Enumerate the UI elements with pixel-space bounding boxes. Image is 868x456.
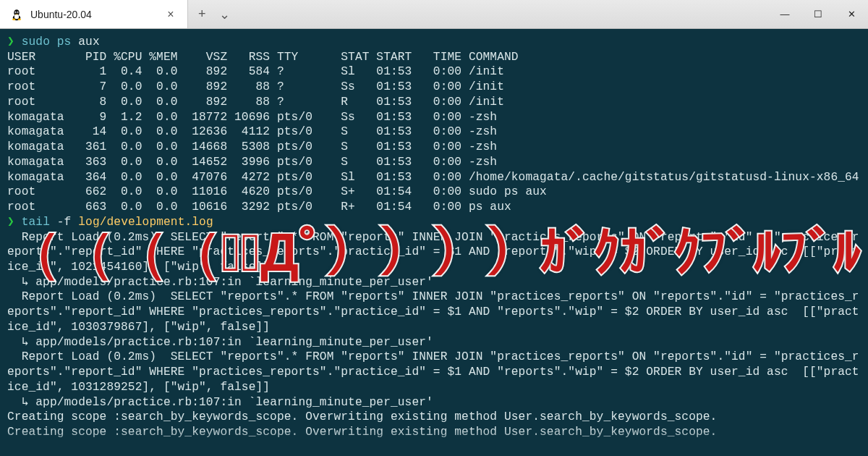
log-line: eports"."report_id" WHERE "practices_rep… [7, 366, 859, 379]
log-line: Creating scope :search_by_keywords_scope… [7, 410, 717, 423]
ps-row: root 662 0.0 0.0 11016 4620 pts/0 S+ 01:… [7, 185, 547, 198]
log-line: eports"."report_id" WHERE "practices_rep… [7, 305, 859, 318]
cmd-tail: tail [22, 216, 50, 229]
tux-icon [10, 8, 23, 21]
log-line: Report Load (0.2ms) SELECT "reports".* F… [7, 350, 859, 363]
cmd-sudo: sudo [22, 35, 50, 48]
window-controls: — ☐ ✕ [768, 0, 868, 28]
log-line: Creating scope :search_by_keywords_scope… [7, 426, 717, 439]
ps-row: root 8 0.0 0.0 892 88 ? R 01:53 0:00 /in… [7, 96, 504, 109]
log-line: eports"."report_id" WHERE "practices_rep… [7, 245, 859, 258]
tab-close-icon[interactable]: × [164, 8, 177, 21]
log-line: ice_id", 1030379867], ["wip", false]] [7, 321, 270, 334]
cmd-ps: ps [57, 35, 72, 48]
ps-row: root 7 0.0 0.0 892 88 ? Ss 01:53 0:00 /i… [7, 80, 504, 93]
log-line: ↳ app/models/practice.rb:107:in `learnin… [7, 396, 433, 409]
cmd-path: log/development.log [78, 216, 213, 229]
minimize-button[interactable]: — [768, 0, 801, 29]
cmd-aux: aux [78, 35, 99, 48]
titlebar: Ubuntu-20.04 × + ⌄ — ☐ ✕ [0, 0, 868, 29]
ps-header: USER PID %CPU %MEM VSZ RSS TTY STAT STAR… [7, 51, 519, 64]
window-close-button[interactable]: ✕ [835, 0, 868, 29]
tabbar-actions: + ⌄ [188, 0, 230, 28]
ps-row: komagata 364 0.0 0.0 47076 4272 pts/0 Sl… [7, 171, 859, 184]
terminal-window: Ubuntu-20.04 × + ⌄ — ☐ ✕ ❯ sudo ps aux U… [0, 0, 868, 456]
log-line: Report Load (0.2ms) SELECT "reports".* F… [7, 231, 859, 244]
log-line: ↳ app/models/practice.rb:107:in `learnin… [7, 276, 433, 289]
log-line: ice_id", 1031289252], ["wip", false]] [7, 381, 270, 394]
svg-point-2 [14, 14, 19, 18]
new-tab-button[interactable]: + [198, 7, 206, 22]
svg-point-8 [18, 18, 22, 20]
log-line: Report Load (0.2ms) SELECT "reports".* F… [7, 290, 859, 303]
ps-row: komagata 14 0.0 0.0 12636 4112 pts/0 S 0… [7, 125, 497, 138]
svg-point-5 [15, 12, 16, 12]
ps-row: komagata 9 1.2 0.0 18772 10696 pts/0 Ss … [7, 111, 497, 124]
svg-point-6 [17, 12, 18, 12]
ps-row: komagata 361 0.0 0.0 14668 5308 pts/0 S … [7, 140, 497, 153]
terminal-body[interactable]: ❯ sudo ps aux USER PID %CPU %MEM VSZ RSS… [0, 29, 868, 456]
prompt-symbol: ❯ [7, 35, 14, 48]
svg-point-7 [12, 18, 16, 20]
tab-title: Ubuntu-20.04 [30, 9, 92, 20]
prompt-symbol: ❯ [7, 216, 14, 229]
log-line: ice_id", 1021454160], ["wip", false]] [7, 261, 270, 274]
tab-ubuntu[interactable]: Ubuntu-20.04 × [0, 0, 188, 28]
ps-row: root 663 0.0 0.0 10616 3292 pts/0 R+ 01:… [7, 200, 511, 214]
cmd-flag: -f [57, 216, 72, 229]
ps-row: root 1 0.4 0.0 892 584 ? Sl 01:53 0:00 /… [7, 65, 504, 78]
tab-dropdown-button[interactable]: ⌄ [219, 7, 230, 22]
ps-row: komagata 363 0.0 0.0 14652 3996 pts/0 S … [7, 156, 497, 169]
log-line: ↳ app/models/practice.rb:107:in `learnin… [7, 336, 433, 349]
maximize-button[interactable]: ☐ [801, 0, 835, 29]
